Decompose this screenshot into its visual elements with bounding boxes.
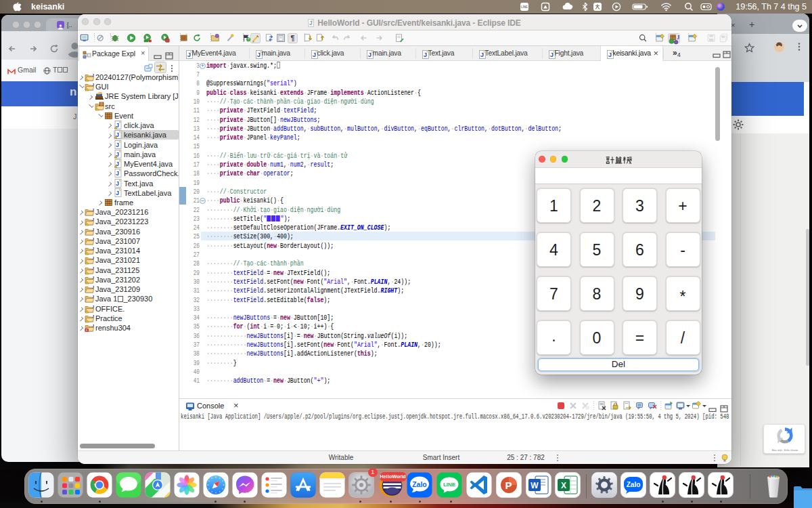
svg-text:LINE: LINE [521,5,528,9]
svg-text:J: J [92,255,94,261]
svg-text:J: J [309,20,313,26]
svg-text:J: J [116,179,119,186]
svg-text:J: J [92,236,94,242]
svg-text:J: J [116,170,119,177]
svg-text:J: J [92,246,94,251]
svg-text:X: X [561,481,566,490]
svg-text:J: J [368,51,371,58]
svg-text:J: J [92,217,94,222]
svg-text:J: J [92,323,94,329]
svg-text:J: J [92,284,94,290]
svg-text:Zalo: Zalo [412,480,427,488]
svg-text:J: J [92,72,94,78]
svg-text:J: J [92,314,94,319]
svg-text:J: J [424,51,427,58]
svg-text:J: J [116,141,119,148]
svg-text:J: J [187,51,191,58]
svg-text:J: J [116,189,119,196]
svg-text:Zalo: Zalo [627,481,641,488]
svg-text:J: J [92,275,94,280]
svg-text:J: J [608,51,612,58]
svg-text:?: ? [248,38,250,41]
svg-text:J: J [677,34,679,41]
svg-text:J: J [550,51,554,58]
svg-text:J: J [257,51,261,58]
svg-text:J: J [92,82,94,87]
svg-text:J: J [313,51,316,58]
svg-text:J: J [92,207,94,213]
svg-text:J: J [92,304,94,310]
svg-text:J: J [480,51,484,58]
svg-text:J: J [92,294,94,299]
svg-text:J: J [92,227,94,232]
svg-text:W: W [531,481,539,490]
svg-text:P: P [505,480,512,491]
svg-text:LINE: LINE [443,482,456,488]
svg-text:J: J [92,266,94,271]
